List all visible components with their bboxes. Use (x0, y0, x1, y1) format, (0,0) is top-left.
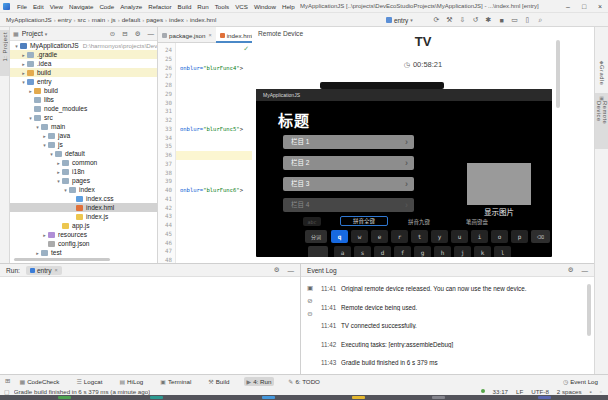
window-button[interactable]: – (560, 0, 576, 13)
menu-item[interactable]: VCS (232, 3, 251, 10)
close-icon[interactable]: × (208, 32, 211, 38)
expand-arrow-icon[interactable]: ▸ (27, 88, 34, 94)
image-placeholder[interactable] (467, 163, 531, 205)
menu-item[interactable]: Refactor (145, 3, 174, 10)
project-header-icon[interactable]: ⊟ (122, 30, 127, 38)
lock-icon[interactable]: ▪ (590, 388, 592, 395)
expand-arrow-icon[interactable]: ▸ (41, 133, 48, 139)
keyboard-key[interactable]: ⌫ (531, 230, 550, 243)
line-ending-selector[interactable]: LF (516, 388, 523, 395)
run-tab-entry[interactable]: entry × (26, 266, 62, 275)
tree-row[interactable]: ▾index (10, 185, 157, 194)
indent-selector[interactable]: 2 spaces (557, 388, 582, 395)
tree-row[interactable]: ▸java (10, 131, 157, 140)
filter-icon[interactable]: ▣ (303, 284, 317, 292)
sidebar-tab-project[interactable]: 1: Project (0, 30, 9, 76)
tool-windows-icon[interactable]: ⊞ (5, 377, 10, 385)
ime-tab[interactable]: 拼音全键 (340, 216, 388, 226)
menu-item[interactable]: View (47, 3, 66, 10)
collapse-arrow-icon[interactable]: ▾ (34, 124, 41, 130)
menu-item[interactable]: Build (175, 3, 195, 10)
keyboard-key[interactable]: i (471, 230, 488, 243)
keyboard-key[interactable]: j (454, 246, 471, 257)
tool-window-button[interactable]: ✎ 6: TODO (285, 377, 323, 386)
tv-list-item[interactable]: 栏目 4› (283, 198, 414, 212)
tool-window-button[interactable]: ▶ 4: Run (244, 377, 275, 386)
run-config-selector[interactable]: entry ▾ (386, 13, 413, 27)
ime-tab[interactable]: 拼音九键 (408, 218, 430, 226)
keyboard-key[interactable] (308, 246, 328, 257)
keyboard-key[interactable]: o (491, 230, 508, 243)
project-panel-title[interactable]: Project (22, 30, 43, 37)
menu-item[interactable]: Edit (30, 3, 47, 10)
window-button[interactable]: × (592, 0, 608, 13)
window-button[interactable]: □ (576, 0, 592, 13)
clear-all-icon[interactable]: ⊘ (303, 297, 317, 305)
keyboard-key[interactable]: t (411, 230, 428, 243)
event-log-button[interactable]: ◷ Event Log (560, 377, 601, 386)
expand-arrow-icon[interactable]: ▸ (55, 160, 62, 166)
breadcrumb-item[interactable]: MyApplicationJS (6, 16, 52, 23)
keyboard-key[interactable]: 分词 (305, 230, 327, 243)
tree-row[interactable]: ▾main (10, 122, 157, 131)
toolbar-icon[interactable]: ⌕ (534, 16, 547, 24)
collapse-arrow-icon[interactable]: ▾ (13, 43, 20, 49)
tool-window-button[interactable]: ▤ HiLog (116, 377, 146, 386)
vertical-scrollbar[interactable] (556, 40, 560, 108)
keyboard-key[interactable]: q (331, 230, 348, 243)
toolbar-icon[interactable]: ■ (495, 17, 508, 24)
help-icon[interactable]: ⊙ (303, 310, 317, 318)
menu-item[interactable]: Code (96, 3, 117, 10)
project-header-icon[interactable]: ⊙ (110, 30, 115, 38)
keyboard-key[interactable]: f (394, 246, 411, 257)
expand-arrow-icon[interactable]: ▸ (20, 52, 27, 58)
expand-arrow-icon[interactable]: ▸ (20, 61, 27, 67)
toolbar-icon[interactable]: ▯ (521, 16, 534, 24)
toolbar-icon[interactable]: ⚒ (443, 16, 456, 24)
tree-row[interactable]: ▸test (10, 248, 157, 257)
expand-arrow-icon[interactable]: ▸ (41, 232, 48, 238)
status-message[interactable]: Gradle build finished in 6 s 379 ms (a m… (14, 388, 151, 395)
tree-row[interactable]: index.js (10, 212, 157, 221)
tree-row[interactable]: ▾entry (10, 77, 157, 86)
menu-item[interactable]: Tools (212, 3, 232, 10)
collapse-arrow-icon[interactable]: ▾ (27, 115, 34, 121)
editor[interactable]: ✓ onblur="blurFunc4">onblur="blurFunc5">… (176, 43, 252, 263)
breadcrumb-item[interactable]: src (78, 16, 86, 23)
tree-row[interactable]: ▸i18n (10, 167, 157, 176)
project-header-icon[interactable]: ⚙ (135, 30, 141, 38)
tree-row[interactable]: ▸build (10, 68, 157, 77)
breadcrumb-item[interactable]: default (122, 16, 141, 23)
tree-row[interactable]: app.js (10, 221, 157, 230)
keyboard-key[interactable]: r (391, 230, 408, 243)
tree-row[interactable]: config.json (10, 239, 157, 248)
event-log-header-icon[interactable]: ⚙ (568, 266, 574, 274)
keyboard-key[interactable]: d (374, 246, 391, 257)
sidebar-tab-gradle[interactable]: ◆ Gradle (595, 57, 608, 89)
toolbar-icon[interactable]: ↺ (469, 16, 482, 24)
collapse-arrow-icon[interactable]: ▾ (55, 178, 62, 184)
keyboard-key[interactable]: l (494, 246, 511, 257)
tv-list-item[interactable]: 栏目 1› (283, 135, 414, 149)
breadcrumb-item[interactable]: js (111, 16, 115, 23)
collapse-arrow-icon[interactable]: ▾ (48, 151, 55, 157)
collapse-arrow-icon[interactable]: ▾ (41, 142, 48, 148)
expand-arrow-icon[interactable]: ▸ (20, 70, 27, 76)
tree-row[interactable]: ▾js (10, 140, 157, 149)
expand-arrow-icon[interactable]: ▸ (34, 250, 41, 256)
chevron-down-icon[interactable]: ▾ (45, 31, 48, 37)
device-screen[interactable]: MyApplicationJS 标题 显示图片 栏目 1›栏目 2›栏目 3›栏… (256, 89, 552, 257)
expand-arrow-icon[interactable]: ▸ (55, 169, 62, 175)
toolbar-icon[interactable]: ⇩ (456, 16, 469, 24)
tree-row[interactable]: ▸common (10, 158, 157, 167)
toolbar-icon[interactable]: ⟳ (430, 16, 443, 24)
close-icon[interactable]: × (55, 267, 58, 273)
keyboard-key[interactable]: h (434, 246, 451, 257)
encoding-selector[interactable]: UTF-8 (531, 388, 549, 395)
keyboard-key[interactable]: g (414, 246, 431, 257)
breadcrumb-item[interactable]: pages (146, 16, 163, 23)
tree-row[interactable]: ▸.gradle (10, 50, 157, 59)
keyboard-key[interactable]: e (371, 230, 388, 243)
tree-row[interactable]: ▸resources (10, 230, 157, 239)
toolbar-icon[interactable]: ▭ (508, 16, 521, 24)
